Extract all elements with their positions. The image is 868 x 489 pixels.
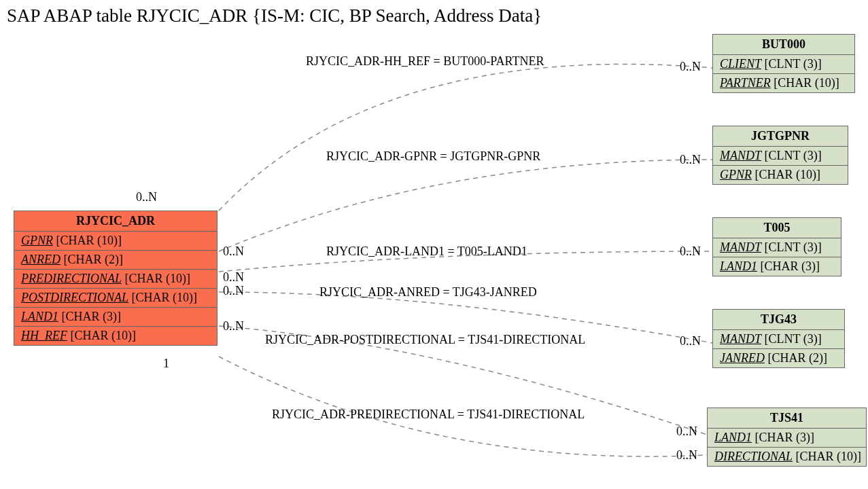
entity-header: T005: [713, 218, 841, 238]
cardinality-label: 0..N: [676, 448, 697, 463]
relation-label: RJYCIC_ADR-ANRED = TJG43-JANRED: [319, 285, 537, 300]
field-row: GPNR [CHAR (10)]: [14, 232, 217, 251]
entity-header: JGTGPNR: [713, 126, 848, 147]
cardinality-label: 0..N: [223, 319, 244, 333]
field-row: PARTNER [CHAR (10)]: [713, 74, 854, 92]
relation-label: RJYCIC_ADR-HH_REF = BUT000-PARTNER: [306, 54, 544, 69]
field-row: MANDT [CLNT (3)]: [713, 147, 848, 166]
field-row: DIRECTIONAL [CHAR (10)]: [708, 448, 866, 466]
field-row: GPNR [CHAR (10)]: [713, 166, 848, 184]
cardinality-label: 1: [163, 357, 169, 371]
field-row: MANDT [CLNT (3)]: [713, 330, 844, 349]
field-row: CLIENT [CLNT (3)]: [713, 55, 854, 74]
page-title: SAP ABAP table RJYCIC_ADR {IS-M: CIC, BP…: [7, 5, 542, 26]
entity-t005: T005 MANDT [CLNT (3)] LAND1 [CHAR (3)]: [712, 217, 841, 276]
field-row: LAND1 [CHAR (3)]: [708, 429, 866, 448]
entity-header: BUT000: [713, 35, 854, 55]
field-row: PREDIRECTIONAL [CHAR (10)]: [14, 270, 217, 289]
cardinality-label: 0..N: [676, 424, 697, 439]
cardinality-label: 0..N: [136, 190, 157, 204]
cardinality-label: 0..N: [223, 270, 244, 285]
entity-header: TJG43: [713, 310, 844, 330]
cardinality-label: 0..N: [680, 244, 701, 259]
cardinality-label: 0..N: [680, 153, 701, 167]
cardinality-label: 0..N: [680, 60, 701, 74]
entity-but000: BUT000 CLIENT [CLNT (3)] PARTNER [CHAR (…: [712, 34, 855, 93]
field-row: LAND1 [CHAR (3)]: [14, 308, 217, 327]
field-row: POSTDIRECTIONAL [CHAR (10)]: [14, 289, 217, 308]
cardinality-label: 0..N: [223, 244, 244, 259]
relation-label: RJYCIC_ADR-GPNR = JGTGPNR-GPNR: [326, 149, 540, 164]
entity-header: TJS41: [708, 408, 866, 429]
field-row: JANRED [CHAR (2)]: [713, 349, 844, 367]
entity-tjs41: TJS41 LAND1 [CHAR (3)] DIRECTIONAL [CHAR…: [707, 408, 867, 467]
cardinality-label: 0..N: [223, 284, 244, 298]
field-row: HH_REF [CHAR (10)]: [14, 327, 217, 345]
field-row: MANDT [CLNT (3)]: [713, 238, 841, 257]
field-row: ANRED [CHAR (2)]: [14, 251, 217, 270]
entity-jgtgpnr: JGTGPNR MANDT [CLNT (3)] GPNR [CHAR (10)…: [712, 126, 848, 185]
relation-label: RJYCIC_ADR-PREDIRECTIONAL = TJS41-DIRECT…: [272, 408, 585, 422]
entity-header: RJYCIC_ADR: [14, 211, 217, 232]
entity-rjycic-adr: RJYCIC_ADR GPNR [CHAR (10)] ANRED [CHAR …: [14, 211, 218, 346]
entity-tjg43: TJG43 MANDT [CLNT (3)] JANRED [CHAR (2)]: [712, 309, 845, 368]
relation-label: RJYCIC_ADR-POSTDIRECTIONAL = TJS41-DIREC…: [265, 333, 585, 347]
relation-label: RJYCIC_ADR-LAND1 = T005-LAND1: [326, 244, 527, 259]
field-row: LAND1 [CHAR (3)]: [713, 257, 841, 276]
cardinality-label: 0..N: [680, 334, 701, 348]
